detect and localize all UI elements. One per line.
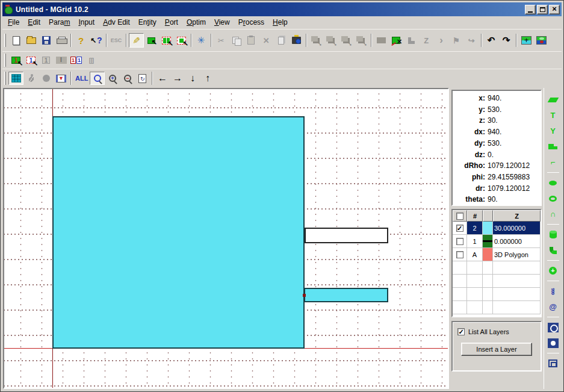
duplicate-layer-button[interactable]: 11 xyxy=(69,54,84,67)
drawing-canvas[interactable] xyxy=(3,88,449,389)
white-stub-polygon[interactable] xyxy=(305,228,388,243)
copy-reflect-button[interactable] xyxy=(309,33,324,48)
layer-1-checkbox[interactable] xyxy=(456,238,463,245)
save-file-button[interactable] xyxy=(39,33,54,48)
esc-button[interactable]: ESC xyxy=(109,33,124,48)
pipe-elbow-button[interactable] xyxy=(546,243,560,257)
header-checkbox[interactable] xyxy=(456,213,463,220)
menu-param[interactable]: Param xyxy=(45,17,74,28)
run-simulation-button[interactable] xyxy=(23,72,39,85)
circle-filled-tool-button[interactable] xyxy=(546,336,560,350)
menu-port[interactable]: Port xyxy=(161,17,182,28)
view-visibility-button[interactable]: ✳ xyxy=(194,33,209,48)
toolbar-grip[interactable] xyxy=(4,34,6,47)
select-polygon-button[interactable]: ↖ xyxy=(144,33,159,48)
select-on-layer-button[interactable]: 1↖ xyxy=(8,54,23,67)
notched-strip-button[interactable] xyxy=(546,140,560,154)
help-button[interactable]: ? xyxy=(73,33,88,48)
layer-1-z[interactable]: 0.000000 xyxy=(493,235,541,248)
header-color[interactable] xyxy=(483,210,493,222)
grid-toggle-button[interactable] xyxy=(8,72,23,85)
open-file-button[interactable] xyxy=(23,33,39,48)
layer-row-a[interactable]: A 3D Polygon xyxy=(453,248,541,261)
layer-a-checkbox[interactable] xyxy=(456,251,463,258)
layer-a-number[interactable]: A xyxy=(467,248,483,261)
circle-display-button[interactable] xyxy=(39,72,54,85)
zoom-in-button[interactable]: + xyxy=(105,72,120,85)
header-checkbox-cell[interactable] xyxy=(453,210,467,222)
layer-row-2[interactable]: ✓ 2 30.000000 xyxy=(453,222,541,235)
new-file-button[interactable] xyxy=(8,33,23,48)
flag-tool-button[interactable]: ⚑ xyxy=(449,33,464,48)
object-properties-button[interactable] xyxy=(274,33,289,48)
menu-help[interactable]: Help xyxy=(268,17,292,28)
main-cyan-polygon[interactable] xyxy=(52,116,305,349)
undo-button[interactable]: ↶ xyxy=(484,33,499,48)
cylinder-button[interactable] xyxy=(546,228,560,241)
edit-on-layer-button[interactable]: I xyxy=(54,54,69,67)
coil-button[interactable]: 999 xyxy=(546,284,560,298)
context-help-button[interactable]: ↖? xyxy=(88,33,104,48)
layer-2-number[interactable]: 2 xyxy=(467,222,483,235)
redraw-button[interactable]: ↻ xyxy=(135,72,150,85)
marker-window-button[interactable]: ▼ xyxy=(54,72,69,85)
list-all-layers-checkbox[interactable]: ✓ xyxy=(457,328,465,335)
zoom-window-button[interactable] xyxy=(90,72,105,85)
minimize-button[interactable] xyxy=(525,5,536,14)
corner-tool-button[interactable] xyxy=(404,33,419,48)
arc-button[interactable]: ∩ xyxy=(546,207,560,221)
select-vertices-button[interactable]: ↖ xyxy=(174,33,189,48)
move-objects-button[interactable] xyxy=(354,33,369,48)
menu-file[interactable]: File xyxy=(4,17,23,28)
ellipse-button[interactable] xyxy=(546,176,560,190)
paste-button[interactable] xyxy=(244,33,259,48)
pan-down-button[interactable]: ↓ xyxy=(185,72,200,85)
copy-rotate-button[interactable] xyxy=(324,33,339,48)
menu-optim[interactable]: Optim xyxy=(182,17,210,28)
delete-button[interactable]: ✕ xyxy=(259,33,274,48)
layer-one-button[interactable]: 1 xyxy=(39,54,54,67)
copy-shift-button[interactable] xyxy=(339,33,354,48)
pan-right-button[interactable]: → xyxy=(170,72,185,85)
layer-1-color-swatch[interactable] xyxy=(483,235,492,247)
bend-button[interactable]: ⌐ xyxy=(546,155,560,169)
sphere-button[interactable]: + xyxy=(546,264,560,278)
menu-input[interactable]: Input xyxy=(74,17,99,28)
pan-left-button[interactable]: ← xyxy=(155,72,170,85)
maximize-button[interactable] xyxy=(537,5,548,14)
header-z[interactable]: Z xyxy=(493,210,541,222)
chevron-tool-button[interactable]: › xyxy=(434,33,449,48)
cyan-stub-polygon[interactable] xyxy=(304,288,388,302)
toolbar-grip[interactable] xyxy=(4,54,6,67)
select-polygon-group-button[interactable]: ↖ xyxy=(159,33,174,48)
t-junction-button[interactable]: T xyxy=(546,108,560,122)
toolbar-grip[interactable] xyxy=(4,72,6,85)
bracket-layer-button[interactable]: [|] xyxy=(84,54,99,67)
layer-2-checkbox[interactable]: ✓ xyxy=(456,225,463,232)
header-number[interactable]: # xyxy=(467,210,483,222)
rectangle-tool-button[interactable] xyxy=(374,33,389,48)
cut-button[interactable]: ✂ xyxy=(214,33,229,48)
nested-rect-tool-button[interactable] xyxy=(546,356,560,370)
redo-button[interactable]: ↷ xyxy=(499,33,514,48)
copy-button[interactable] xyxy=(229,33,244,48)
insert-layer-button[interactable]: Insert a Layer xyxy=(461,343,532,356)
menu-process[interactable]: Process xyxy=(234,17,268,28)
layer-2-z[interactable]: 30.000000 xyxy=(493,222,541,235)
zoom-all-button[interactable]: ALL xyxy=(73,72,90,85)
menu-adv-edit[interactable]: Adv Edit xyxy=(99,17,134,28)
curve-tool-button[interactable]: ↪ xyxy=(464,33,479,48)
spiral-button[interactable]: @ xyxy=(546,300,560,314)
rhomb-polygon-button[interactable] xyxy=(546,93,560,107)
print-button[interactable] xyxy=(54,33,69,48)
meshing-view-button[interactable] xyxy=(519,33,534,48)
menu-entity[interactable]: Entity xyxy=(134,17,161,28)
layer-2-color-swatch[interactable] xyxy=(483,222,492,234)
layer-a-z[interactable]: 3D Polygon xyxy=(493,248,541,261)
circle-outline-tool-button[interactable] xyxy=(546,320,560,334)
pattern-view-button[interactable] xyxy=(534,33,549,48)
menu-view[interactable]: View xyxy=(210,17,234,28)
zigzag-tool-button[interactable]: Z xyxy=(419,33,434,48)
layer-a-color-swatch[interactable] xyxy=(483,248,492,261)
select-vertices-on-layer-button[interactable]: 1↖ xyxy=(23,54,39,67)
